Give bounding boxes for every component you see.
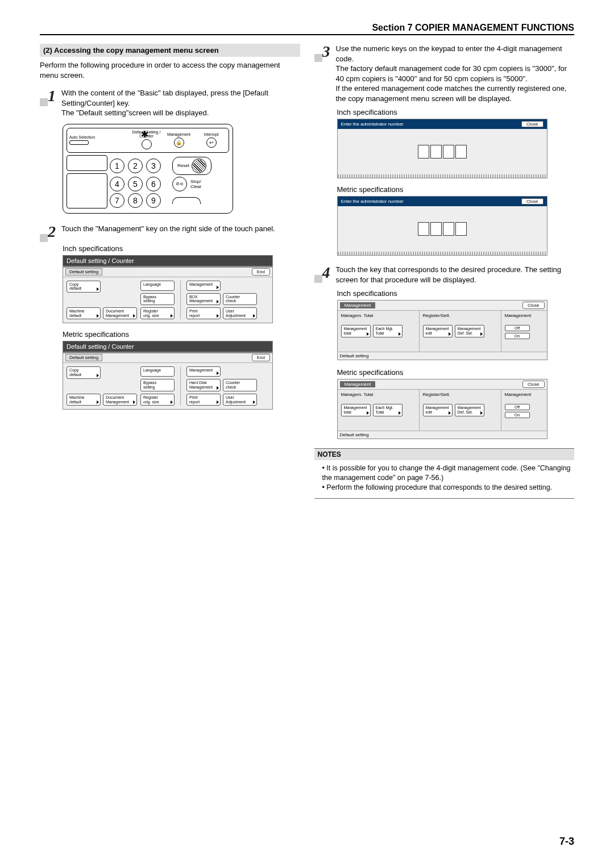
each-mgt-total-button: Each Mgt. Total <box>373 404 403 416</box>
panel-footer: Default setting <box>338 431 547 439</box>
metric-spec-label: Metric specifications <box>63 330 300 339</box>
management-key: 🔒 <box>174 137 184 148</box>
management-panel-inch: Management Close Managem. Total Manageme… <box>337 300 547 360</box>
management-total-button: Management total <box>341 325 371 337</box>
admin-prompt: Enter the administrator number <box>341 122 404 127</box>
admin-code-panel-inch: Enter the administrator number Close <box>337 119 547 178</box>
box-management-button: BOX Management <box>186 293 221 305</box>
step-1-text-a: With the content of the "Basic" tab disp… <box>61 88 300 108</box>
keypad-8: 8 <box>128 193 143 208</box>
management-edit-button: Management edit <box>423 404 453 416</box>
keypad-4: 4 <box>110 177 125 191</box>
interrupt-key: ↩ <box>206 137 217 148</box>
language-button: Language <box>140 281 175 291</box>
print-report-button: Print report <box>186 394 221 406</box>
step-4-text: Touch the key that corresponds to the de… <box>336 265 575 285</box>
left-column: (2) Accessing the copy management menu s… <box>40 44 300 499</box>
document-management-button: Document Management <box>103 394 137 406</box>
panel-tab: Default setting <box>65 268 102 276</box>
counter-check-button: Counter check <box>223 379 257 391</box>
page-number: 7-3 <box>559 836 574 848</box>
col-title: Managem. Total <box>341 313 416 318</box>
management-def-set-button: Management Def. Set. <box>455 325 484 337</box>
admin-code-panel-metric: Enter the administrator number Close <box>337 196 547 256</box>
step-3-text-a: Use the numeric keys on the keypad to en… <box>336 44 575 64</box>
notes-body: It is possible for you to change the 4-d… <box>314 460 575 499</box>
copy-default-button: Copy default <box>67 366 101 378</box>
default-setting-panel-inch: Default setting / Counter Default settin… <box>63 255 273 324</box>
end-button: End <box>252 354 270 361</box>
stop-clear-label: Stop/ Clear <box>190 179 201 189</box>
step-2-text: Touch the "Management" key on the right … <box>61 224 300 234</box>
harddisk-management-button: Hard Disk Management <box>186 379 221 391</box>
panel-footer: Default setting <box>338 352 547 360</box>
close-button: Close <box>522 381 544 388</box>
register-orig-size-button: Register orig. size <box>140 307 175 319</box>
end-button: End <box>252 268 270 276</box>
stop-clear-icon: ⊘/c <box>172 177 187 191</box>
off-button: Off <box>505 325 530 331</box>
step-3-text-c: If the entered management code matches t… <box>336 84 575 103</box>
inch-spec-label: Inch specifications <box>63 244 300 253</box>
management-button: Management <box>186 366 221 377</box>
keypad-7: 7 <box>110 193 125 208</box>
register-orig-size-button: Register orig. size <box>140 394 175 406</box>
panel-tab: Default setting <box>65 354 102 361</box>
note-item: Perform the following procedure that cor… <box>322 483 572 493</box>
keypad-1: 1 <box>110 158 125 173</box>
step-3: 3 Use the numeric keys on the keypad to … <box>314 44 575 103</box>
user-adjustment-button: User Adjustment <box>223 394 257 406</box>
col-title: Register/Sett. <box>423 313 497 318</box>
management-total-button: Management total <box>341 404 371 416</box>
panel-title: Default setting / Counter <box>63 341 272 353</box>
counter-check-button: Counter check <box>223 293 257 305</box>
default-setting-key <box>142 139 152 149</box>
keypad-6: 6 <box>146 177 161 191</box>
management-edit-button: Management edit <box>423 325 453 337</box>
col-title: Managem. Total <box>341 392 416 397</box>
close-button: Close <box>521 121 543 127</box>
metric-spec-label: Metric specifications <box>337 185 575 194</box>
col-title: Management <box>505 392 544 397</box>
step-1: 1 With the content of the "Basic" tab di… <box>40 88 300 118</box>
star-icon: ✱ <box>141 129 148 140</box>
user-adjustment-button: User Adjustment <box>223 307 257 319</box>
management-button: Management <box>186 281 221 291</box>
col-title: Register/Sett. <box>423 392 497 397</box>
each-mgt-total-button: Each Mgt. Total <box>373 325 403 337</box>
close-button: Close <box>522 302 544 309</box>
inch-spec-label: Inch specifications <box>337 108 575 116</box>
note-item: It is possible for you to change the 4-d… <box>322 464 572 483</box>
notes-heading: NOTES <box>314 448 575 460</box>
intro-text: Perform the following procedure in order… <box>40 60 300 80</box>
machine-default-button: Machine default <box>67 307 101 319</box>
auto-selection-label: Auto Selection <box>69 135 97 139</box>
bypass-setting-button: Bypass setting <box>140 293 175 305</box>
off-button: Off <box>505 404 530 410</box>
management-panel-metric: Management Close Managem. Total Manageme… <box>337 379 547 439</box>
inch-spec-label: Inch specifications <box>337 289 575 298</box>
print-report-button: Print report <box>186 307 221 319</box>
panel-title: Default setting / Counter <box>63 256 272 267</box>
keypad-2: 2 <box>128 158 143 173</box>
keypad-illustration: Auto Selection ✱ Default Setting /Counte… <box>63 124 233 214</box>
step-2: 2 Touch the "Management" key on the righ… <box>40 224 300 240</box>
metric-spec-label: Metric specifications <box>337 368 575 377</box>
keypad-5: 5 <box>128 177 143 191</box>
keypad-9: 9 <box>146 193 161 208</box>
pin-input <box>418 222 467 236</box>
interrupt-label: Interrupt <box>196 132 226 136</box>
management-tab: Management <box>340 381 376 387</box>
close-button: Close <box>521 198 543 205</box>
subsection-heading: (2) Accessing the copy management menu s… <box>40 44 300 57</box>
default-setting-panel-metric: Default setting / Counter Default settin… <box>63 341 273 410</box>
machine-default-button: Machine default <box>67 394 101 406</box>
keypad-3: 3 <box>146 158 161 173</box>
admin-prompt: Enter the administrator number <box>341 199 404 204</box>
pin-input <box>418 145 467 158</box>
management-label: Management <box>164 132 194 136</box>
col-title: Management <box>505 313 544 318</box>
step-1-text-b: The "Default setting"screen will be disp… <box>61 108 300 118</box>
on-button: On <box>505 412 530 418</box>
step-4: 4 Touch the key that corresponds to the … <box>314 265 575 285</box>
